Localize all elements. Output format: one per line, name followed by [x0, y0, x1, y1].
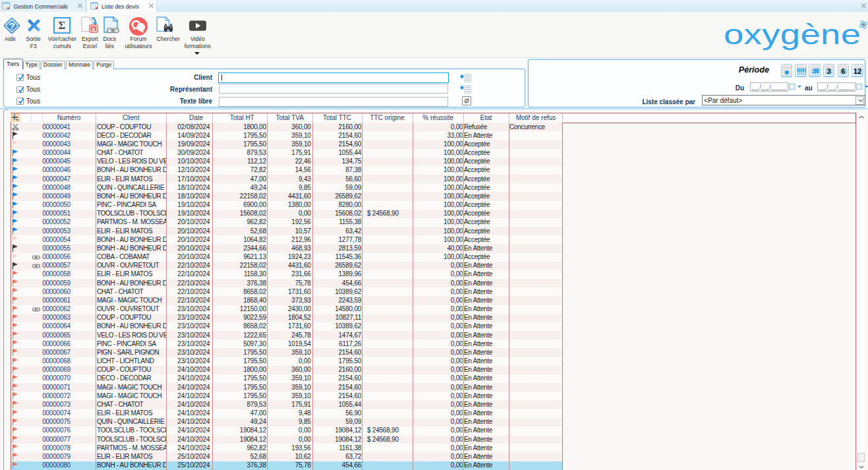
svg-text:oxygène: oxygène — [724, 19, 861, 50]
svg-text:?: ? — [9, 20, 14, 31]
svg-text:X: X — [92, 26, 96, 32]
svg-text:Σ: Σ — [58, 19, 65, 32]
